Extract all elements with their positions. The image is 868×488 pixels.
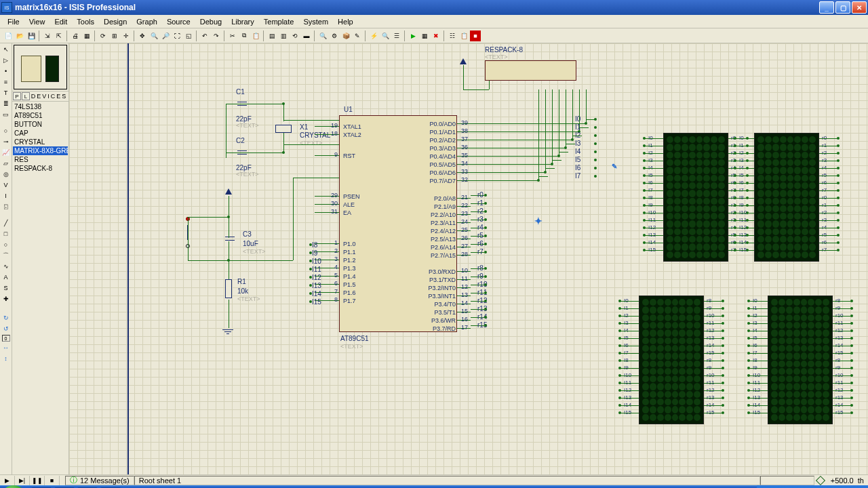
component-mode-icon[interactable]: ▷ <box>1 56 11 65</box>
block-rotate-icon[interactable]: ⟲ <box>290 30 300 41</box>
subcircuit-icon[interactable]: ▭ <box>1 110 11 119</box>
c3-body[interactable] <box>225 237 235 241</box>
menu-file[interactable]: File <box>3 16 24 27</box>
flip-v-icon[interactable]: ↕ <box>1 354 11 363</box>
led-matrix-4[interactable] <box>768 296 833 424</box>
menu-help[interactable]: Help <box>333 16 358 27</box>
marker-icon[interactable]: ✚ <box>1 294 11 304</box>
r1-body[interactable] <box>225 279 232 298</box>
make-device-icon[interactable]: ⚙ <box>329 30 340 41</box>
menu-source[interactable]: Source <box>162 16 195 27</box>
menu-tools[interactable]: Tools <box>72 16 99 27</box>
menu-debug[interactable]: Debug <box>195 16 226 27</box>
path-icon[interactable]: ∿ <box>1 262 11 271</box>
menu-edit[interactable]: Edit <box>50 16 72 27</box>
pick-icon[interactable]: 🔍 <box>317 30 328 41</box>
redo-icon[interactable]: ↷ <box>211 30 222 41</box>
device-item[interactable]: AT89C51 <box>13 111 68 120</box>
box-icon[interactable]: □ <box>1 229 11 239</box>
zoom-out-icon[interactable]: 🔎 <box>160 30 171 41</box>
device-item[interactable]: BUTTON <box>13 120 68 129</box>
generator-icon[interactable]: ◎ <box>1 169 11 179</box>
menu-library[interactable]: Library <box>226 16 259 27</box>
graph-icon[interactable]: 📈 <box>1 148 11 157</box>
arc-icon[interactable]: ⌒ <box>1 251 11 260</box>
erc-icon[interactable]: ▶ <box>408 30 418 41</box>
pick-device-button[interactable]: P <box>13 92 21 100</box>
x1-body[interactable] <box>275 125 292 133</box>
close-button[interactable]: ✕ <box>852 1 867 14</box>
undo-icon[interactable]: ↶ <box>199 30 210 41</box>
minimize-button[interactable]: _ <box>819 1 834 14</box>
pause-button[interactable]: ❚❚ <box>30 476 45 485</box>
instrument-icon[interactable]: ⌺ <box>1 202 11 211</box>
start-button[interactable] <box>1 485 26 488</box>
search-icon[interactable]: 🔍 <box>380 30 391 41</box>
wire-auto-icon[interactable]: ⚡ <box>368 30 379 41</box>
report-icon[interactable]: 📋 <box>458 30 469 41</box>
open-file-icon[interactable]: 📂 <box>14 30 25 41</box>
save-icon[interactable]: 💾 <box>26 30 37 41</box>
menu-design[interactable]: Design <box>99 16 132 27</box>
export-icon[interactable]: ⇱ <box>54 30 64 41</box>
import-icon[interactable]: ⇲ <box>42 30 53 41</box>
pan-icon[interactable]: ✥ <box>137 30 148 41</box>
zoom-area-icon[interactable]: ◱ <box>183 30 194 41</box>
step-button[interactable]: ▶| <box>15 476 30 485</box>
decompose-icon[interactable]: ✎ <box>352 30 363 41</box>
menu-template[interactable]: Template <box>259 16 299 27</box>
line-icon[interactable]: ╱ <box>1 218 11 228</box>
ares-icon[interactable]: ✖ <box>431 30 441 41</box>
pin-icon[interactable]: ⊸ <box>1 137 11 146</box>
wire-label-icon[interactable]: ≡ <box>1 77 11 87</box>
text-script-icon[interactable]: T <box>1 88 11 98</box>
bom-icon[interactable]: ☷ <box>447 30 458 41</box>
netlist-icon[interactable]: ▦ <box>419 30 430 41</box>
menu-view[interactable]: View <box>24 16 50 27</box>
zoom-in-icon[interactable]: 🔍 <box>149 30 159 41</box>
flip-h-icon[interactable]: ↔ <box>1 343 11 352</box>
device-item[interactable]: RESPACK-8 <box>13 164 68 173</box>
print-area-icon[interactable]: ▦ <box>81 30 92 41</box>
play-button[interactable]: ▶ <box>0 476 15 485</box>
terminal-icon[interactable]: ○ <box>1 126 11 136</box>
stop-button[interactable]: ■ <box>45 476 60 485</box>
probe-i-icon[interactable]: I <box>1 191 11 201</box>
grid-icon[interactable]: ⊞ <box>109 30 120 41</box>
led-matrix-1[interactable] <box>663 133 728 262</box>
stop-icon[interactable]: ■ <box>470 30 481 41</box>
property-icon[interactable]: ☰ <box>391 30 402 41</box>
block-copy-icon[interactable]: ▤ <box>267 30 277 41</box>
zoom-all-icon[interactable]: ⛶ <box>172 30 182 41</box>
library-button[interactable]: L <box>22 92 30 100</box>
copy-icon[interactable]: ⧉ <box>239 30 250 41</box>
rotate-ccw-icon[interactable]: ↺ <box>1 324 11 333</box>
block-delete-icon[interactable]: ▬ <box>301 30 312 41</box>
block-move-icon[interactable]: ▥ <box>278 30 289 41</box>
paste-icon[interactable]: 📋 <box>250 30 261 41</box>
print-icon[interactable]: 🖨 <box>70 30 81 41</box>
select-mode-icon[interactable]: ↖ <box>1 45 11 54</box>
origin-icon[interactable]: ✛ <box>121 30 132 41</box>
angle-input[interactable]: 0 <box>2 335 10 342</box>
new-file-icon[interactable]: 📄 <box>3 30 14 41</box>
schematic-canvas[interactable]: U1 AT89C51 <TEXT> C1 22pF <TEXT> C2 22pF… <box>69 43 868 474</box>
menu-graph[interactable]: Graph <box>132 16 162 27</box>
respack-body[interactable] <box>485 60 576 81</box>
probe-v-icon[interactable]: V <box>1 180 11 190</box>
packaging-icon[interactable]: 📦 <box>340 30 351 41</box>
text-icon[interactable]: A <box>1 272 11 282</box>
device-item[interactable]: CRYSTAL <box>13 138 68 146</box>
messages-status[interactable]: ⓘ 12 Message(s) <box>65 476 134 485</box>
bus-icon[interactable]: ≣ <box>1 99 11 108</box>
led-matrix-3[interactable] <box>639 296 704 424</box>
menu-system[interactable]: System <box>298 16 333 27</box>
device-item-selected[interactable]: MATRIX-8X8-GREEN <box>13 146 68 155</box>
junction-icon[interactable]: • <box>1 66 11 76</box>
circle-icon[interactable]: ○ <box>1 240 11 249</box>
rotate-cw-icon[interactable]: ↻ <box>1 313 11 323</box>
device-item[interactable]: 74LS138 <box>13 102 68 111</box>
device-list[interactable]: 74LS138 AT89C51 BUTTON CAP CRYSTAL MATRI… <box>12 102 68 174</box>
refresh-icon[interactable]: ⟳ <box>98 30 108 41</box>
led-matrix-2[interactable] <box>754 133 819 262</box>
